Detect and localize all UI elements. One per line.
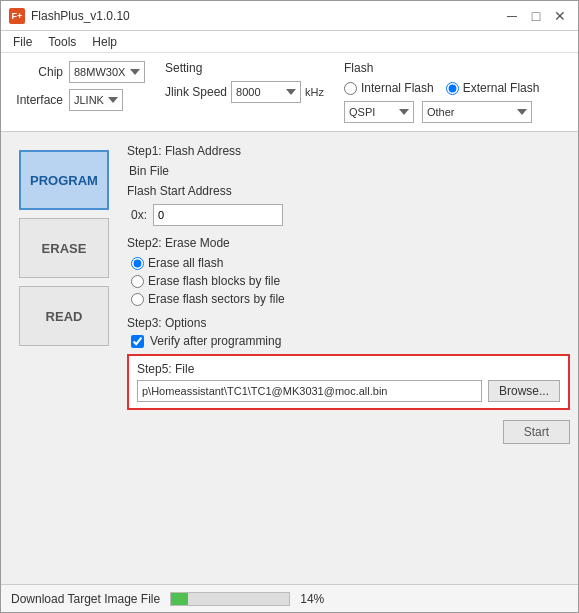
erase-blocks-label[interactable]: Erase flash blocks by file <box>131 274 570 288</box>
app-window: F+ FlashPlus_v1.0.10 ─ □ ✕ File Tools He… <box>0 0 579 613</box>
options-section: Step3: Options Verify after programming <box>127 312 570 348</box>
jlink-label: Jlink Speed <box>165 85 227 99</box>
flash-radio-row: Internal Flash External Flash <box>344 81 539 95</box>
browse-button[interactable]: Browse... <box>488 380 560 402</box>
erase-all-label[interactable]: Erase all flash <box>131 256 570 270</box>
internal-flash-label: Internal Flash <box>361 81 434 95</box>
step3-title: Step3: Options <box>127 316 570 330</box>
verify-checkbox[interactable] <box>131 335 144 348</box>
flash-selects: QSPI Other <box>344 101 539 123</box>
window-title: FlashPlus_v1.0.10 <box>31 9 502 23</box>
title-controls: ─ □ ✕ <box>502 6 570 26</box>
flash-section: Flash Internal Flash External Flash QSPI… <box>344 61 539 123</box>
step5-title: Step5: File <box>137 362 560 376</box>
flash-title: Flash <box>344 61 539 75</box>
jlink-row: Jlink Speed 8000 kHz <box>165 81 324 103</box>
start-row: Start <box>127 420 570 444</box>
verify-checkbox-label[interactable]: Verify after programming <box>131 334 570 348</box>
chip-label: Chip <box>13 65 63 79</box>
external-flash-radio-label[interactable]: External Flash <box>446 81 540 95</box>
verify-label: Verify after programming <box>150 334 281 348</box>
jlink-speed-select[interactable]: 8000 <box>231 81 301 103</box>
erase-sectors-text: Erase flash sectors by file <box>148 292 285 306</box>
minimize-button[interactable]: ─ <box>502 6 522 26</box>
file-path-input[interactable] <box>137 380 482 402</box>
start-button[interactable]: Start <box>503 420 570 444</box>
internal-flash-radio-label[interactable]: Internal Flash <box>344 81 434 95</box>
menu-file[interactable]: File <box>5 33 40 51</box>
addr-prefix: 0x: <box>131 208 147 222</box>
flash-start-label: Flash Start Address <box>127 184 570 198</box>
interface-label: Interface <box>13 93 63 107</box>
close-button[interactable]: ✕ <box>550 6 570 26</box>
status-text: Download Target Image File <box>11 592 160 606</box>
step2-title: Step2: Erase Mode <box>127 236 570 250</box>
body-area: PROGRAM ERASE READ Step1: Flash Address … <box>1 132 578 584</box>
erase-sectors-label[interactable]: Erase flash sectors by file <box>131 292 570 306</box>
step5-box: Step5: File Browse... <box>127 354 570 410</box>
progress-bar-fill <box>171 593 188 605</box>
menu-tools[interactable]: Tools <box>40 33 84 51</box>
interface-row: Interface JLINK <box>13 89 145 111</box>
external-flash-radio[interactable] <box>446 82 459 95</box>
menu-bar: File Tools Help <box>1 31 578 53</box>
program-button[interactable]: PROGRAM <box>19 150 109 210</box>
title-bar: F+ FlashPlus_v1.0.10 ─ □ ✕ <box>1 1 578 31</box>
chip-section: Chip 88MW30X Interface JLINK <box>13 61 145 111</box>
setting-section: Setting Jlink Speed 8000 kHz <box>165 61 324 103</box>
addr-input[interactable] <box>153 204 283 226</box>
interface-select[interactable]: JLINK <box>69 89 123 111</box>
status-bar: Download Target Image File 14% <box>1 584 578 612</box>
step5-row: Browse... <box>137 380 560 402</box>
left-panel: PROGRAM ERASE READ <box>9 140 119 576</box>
khz-label: kHz <box>305 86 324 98</box>
progress-bar-container <box>170 592 290 606</box>
external-flash-label: External Flash <box>463 81 540 95</box>
read-button[interactable]: READ <box>19 286 109 346</box>
erase-button[interactable]: ERASE <box>19 218 109 278</box>
top-panel: Chip 88MW30X Interface JLINK Setting Jli… <box>1 53 578 132</box>
bin-file-label: Bin File <box>129 164 570 178</box>
percent-text: 14% <box>300 592 324 606</box>
right-panel: Step1: Flash Address Bin File Flash Star… <box>127 140 570 576</box>
chip-row: Chip 88MW30X <box>13 61 145 83</box>
internal-flash-radio[interactable] <box>344 82 357 95</box>
menu-help[interactable]: Help <box>84 33 125 51</box>
erase-radios: Erase all flash Erase flash blocks by fi… <box>131 256 570 306</box>
erase-sectors-radio[interactable] <box>131 293 144 306</box>
step1-title: Step1: Flash Address <box>127 144 570 158</box>
app-icon: F+ <box>9 8 25 24</box>
erase-blocks-text: Erase flash blocks by file <box>148 274 280 288</box>
erase-all-radio[interactable] <box>131 257 144 270</box>
setting-title: Setting <box>165 61 324 75</box>
erase-all-text: Erase all flash <box>148 256 223 270</box>
erase-blocks-radio[interactable] <box>131 275 144 288</box>
maximize-button[interactable]: □ <box>526 6 546 26</box>
addr-row: 0x: <box>131 204 570 226</box>
qspi-select[interactable]: QSPI <box>344 101 414 123</box>
chip-select[interactable]: 88MW30X <box>69 61 145 83</box>
other-select[interactable]: Other <box>422 101 532 123</box>
